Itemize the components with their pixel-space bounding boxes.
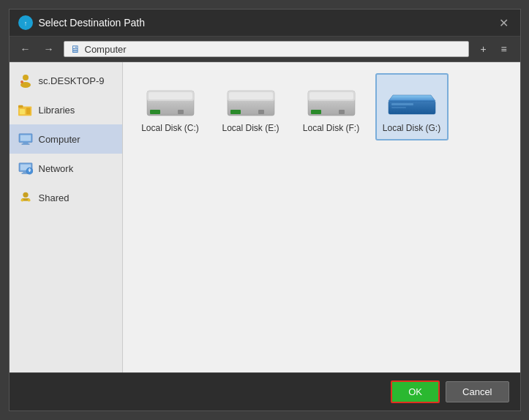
svg-point-2 (23, 75, 29, 80)
sidebar-item-computer-label: Computer (39, 134, 80, 145)
svg-rect-9 (26, 108, 29, 114)
sidebar-item-user[interactable]: sc.DESKTOP-9 (10, 66, 122, 95)
svg-rect-11 (20, 135, 31, 141)
svg-point-4 (20, 80, 23, 83)
svg-point-19 (29, 170, 30, 172)
view-button[interactable]: ≡ (495, 40, 513, 58)
new-folder-button[interactable]: + (475, 40, 492, 58)
toolbar: ← → 🖥 Computer + ≡ (10, 37, 520, 62)
sidebar-item-network-label: Network (39, 163, 74, 174)
forward-button[interactable]: → (40, 40, 58, 58)
drive-f-label: Local Disk (F:) (303, 123, 359, 133)
svg-point-20 (23, 192, 28, 198)
drive-g-label: Local Disk (G:) (383, 123, 440, 133)
svg-text:↑: ↑ (23, 20, 27, 27)
drive-g[interactable]: Local Disk (G:) (375, 73, 449, 140)
svg-rect-7 (18, 105, 23, 108)
dialog-title: Select Destination Path (39, 17, 146, 29)
sidebar-item-computer[interactable]: Computer (10, 124, 122, 154)
drive-c[interactable]: Local Disk (C:) (134, 73, 207, 140)
svg-rect-26 (150, 110, 160, 114)
drive-e-label: Local Disk (E:) (222, 123, 279, 133)
sidebar-item-network[interactable]: Network (10, 154, 122, 183)
network-icon (18, 161, 33, 176)
user-icon (18, 73, 33, 88)
sidebar-item-shared-label: Shared (39, 192, 70, 203)
svg-rect-32 (230, 110, 241, 114)
select-destination-dialog: ↑ Select Destination Path ✕ ← → 🖥 Comput… (9, 9, 521, 411)
cancel-button[interactable]: Cancel (446, 381, 509, 402)
app-icon: ↑ (18, 15, 33, 30)
drive-e-icon (225, 80, 277, 119)
svg-rect-8 (19, 109, 24, 114)
libraries-icon (18, 102, 33, 117)
svg-rect-44 (391, 107, 406, 108)
breadcrumb-bar[interactable]: 🖥 Computer (64, 41, 469, 57)
drive-f-icon (305, 80, 358, 119)
title-bar: ↑ Select Destination Path ✕ (10, 10, 520, 37)
svg-marker-41 (389, 95, 435, 101)
svg-rect-34 (258, 110, 264, 114)
svg-point-21 (20, 199, 23, 202)
toolbar-icons: + ≡ (475, 40, 513, 58)
sidebar-item-libraries[interactable]: Libraries (10, 95, 122, 124)
drive-c-icon (144, 80, 197, 119)
drive-g-icon (386, 80, 438, 119)
breadcrumb-computer-icon: 🖥 (70, 43, 80, 55)
title-bar-left: ↑ Select Destination Path (18, 15, 146, 30)
content-area: sc.DESKTOP-9 Libraries (10, 62, 520, 372)
breadcrumb-text: Computer (85, 44, 127, 55)
drive-e[interactable]: Local Disk (E:) (214, 73, 288, 140)
svg-rect-25 (149, 92, 192, 100)
drive-c-label: Local Disk (C:) (141, 123, 199, 133)
svg-rect-39 (323, 111, 337, 113)
footer: OK Cancel (10, 372, 520, 410)
back-button[interactable]: ← (17, 40, 34, 58)
sidebar-item-user-label: sc.DESKTOP-9 (39, 75, 105, 86)
svg-rect-40 (339, 110, 345, 114)
ok-button[interactable]: OK (391, 380, 440, 403)
svg-rect-12 (23, 143, 28, 144)
svg-rect-27 (162, 111, 176, 113)
svg-rect-28 (178, 110, 184, 114)
sidebar: sc.DESKTOP-9 Libraries (10, 62, 123, 372)
svg-rect-38 (311, 110, 321, 114)
svg-rect-13 (21, 143, 29, 144)
drive-f[interactable]: Local Disk (F:) (295, 73, 368, 140)
shared-icon (18, 190, 33, 205)
svg-point-22 (27, 199, 30, 202)
close-button[interactable]: ✕ (497, 15, 511, 30)
sidebar-item-libraries-label: Libraries (39, 105, 75, 116)
svg-rect-31 (229, 92, 273, 100)
main-panel: Local Disk (C:) (123, 62, 520, 372)
computer-icon (18, 132, 33, 146)
svg-rect-33 (242, 111, 257, 113)
svg-rect-37 (309, 92, 353, 100)
svg-rect-43 (391, 103, 413, 105)
sidebar-item-shared[interactable]: Shared (10, 183, 122, 212)
